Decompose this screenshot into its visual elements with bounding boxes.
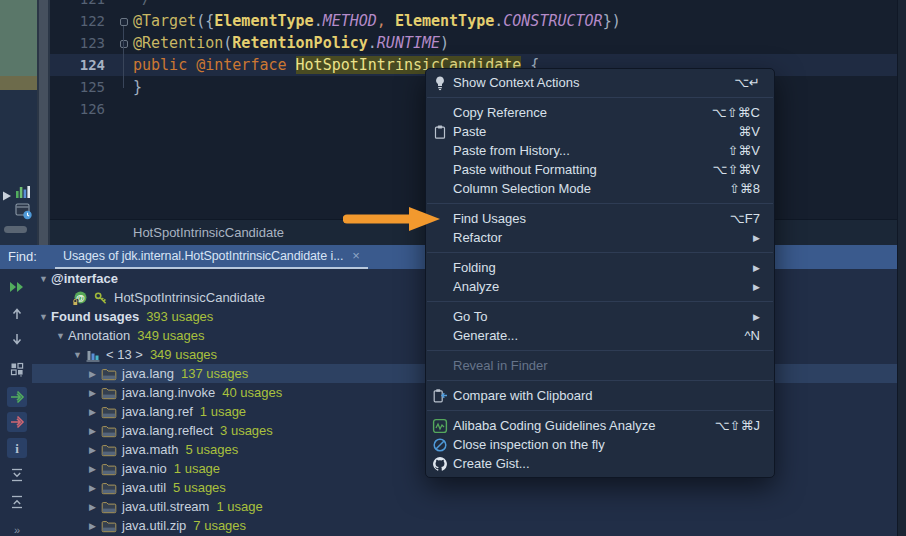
menu-icon-placeholder [432,181,449,197]
breadcrumb-class-name[interactable]: HotSpotIntrinsicCandidate [133,225,284,240]
expand-all-icon[interactable] [7,465,27,485]
svg-text:i: i [15,441,19,456]
menu-shortcut: ⌥↵ [734,75,760,90]
menu-item-refactor[interactable]: Refactor▶ [426,228,774,247]
package-icon [101,499,117,515]
menu-item-label: Close inspection on the fly [453,437,605,452]
chevron-down-icon[interactable]: ▼ [72,350,85,360]
rerun-icon[interactable] [7,277,27,297]
close-tab-icon[interactable]: × [352,248,360,263]
key-icon [93,290,109,306]
chevron-right-icon[interactable]: ▶ [88,445,101,455]
tree-node-label: Found usages [51,309,139,324]
menu-separator [427,410,773,411]
usage-count: 1 usage [200,404,246,419]
arrow-up-icon[interactable] [7,304,27,324]
chevron-down-icon[interactable]: ▼ [38,274,51,284]
line-number: 124 [50,57,105,73]
code-text: @Retention(RetentionPolicy.RUNTIME) [133,34,449,52]
menu-item-generate[interactable]: Generate...^N [426,326,774,345]
package-icon [101,518,117,534]
menu-item-label: Go To [453,309,487,324]
tree-row-java-util-stream[interactable]: ▶java.util.stream1 usage [32,497,897,516]
usage-count: 5 usages [173,480,226,495]
tree-row-java-util[interactable]: ▶java.util5 usages [32,478,897,497]
chart-bars-icon[interactable] [15,184,33,202]
menu-item-analyze[interactable]: Analyze▶ [426,277,774,296]
menu-item-folding[interactable]: Folding▶ [426,258,774,277]
line-number: 126 [50,101,105,117]
chevron-right-icon[interactable]: ▶ [88,464,101,474]
more-icon[interactable]: » [7,520,27,536]
info-icon[interactable]: i [7,438,27,458]
tree-node-label: java.util.zip [122,518,186,533]
menu-item-go-to[interactable]: Go To▶ [426,307,774,326]
chevron-right-icon[interactable]: ▶ [88,521,101,531]
menu-item-copy-reference[interactable]: Copy Reference⌥⇧⌘C [426,103,774,122]
menu-item-label: Folding [453,260,496,275]
chevron-right-icon[interactable]: ▶ [88,426,101,436]
menu-shortcut: ⌥F7 [730,211,760,226]
code-line[interactable]: 122@Target({ElementType.METHOD, ElementT… [50,10,897,32]
code-line[interactable]: 121*/ [50,0,897,10]
menu-item-label: Refactor [453,230,502,245]
menu-shortcut: ^N [745,328,761,343]
menu-separator [427,252,773,253]
chevron-right-icon[interactable]: ▶ [88,502,101,512]
chevron-right-icon[interactable]: ▶ [88,388,101,398]
menu-item-label: Paste from History... [453,143,570,158]
menu-icon-placeholder [432,143,449,159]
menu-item-label: Analyze [453,279,499,294]
menu-item-paste[interactable]: Paste⌘V [426,122,774,141]
menu-shortcut: ⇧⌘8 [729,181,760,196]
code-text: */ [133,0,151,8]
package-icon [101,442,117,458]
code-text: @Target({ElementType.METHOD, ElementType… [133,12,621,30]
fold-marker[interactable] [120,18,128,26]
menu-shortcut: ⌥⇧⌘J [715,418,760,433]
tree-node-label: java.util.stream [122,499,209,514]
tree-row-java-util-zip[interactable]: ▶java.util.zip7 usages [32,516,897,535]
menu-item-column-selection-mode[interactable]: Column Selection Mode⇧⌘8 [426,179,774,198]
chevron-down-icon[interactable]: ▼ [38,312,51,322]
usage-count: 7 usages [193,518,246,533]
menu-item-label: Reveal in Finder [453,358,548,373]
window-clock-icon[interactable] [15,203,33,221]
scrollbar-thumb[interactable] [4,226,27,233]
import-pink-icon[interactable] [7,412,27,432]
chevron-right-icon[interactable]: ▶ [88,407,101,417]
tree-node-label: java.math [122,442,178,457]
menu-item-alibaba-coding-guidelines-analyze[interactable]: Alibaba Coding Guidelines Analyze⌥⇧⌘J [426,416,774,435]
menu-item-compare-with-clipboard[interactable]: Compare with Clipboard [426,386,774,405]
menu-item-find-usages[interactable]: Find Usages⌥F7 [426,209,774,228]
fold-marker[interactable] [120,40,128,48]
find-usages-tab[interactable]: Usages of jdk.internal.HotSpotIntrinsicC… [55,245,368,269]
menu-item-show-context-actions[interactable]: Show Context Actions⌥↵ [426,73,774,92]
chevron-right-icon[interactable]: ▶ [88,369,101,379]
alibaba-icon [432,418,449,434]
menu-icon-placeholder [432,162,449,178]
submenu-arrow-icon: ▶ [753,312,760,322]
usage-count: 393 usages [146,309,213,324]
find-label: Find: [8,245,37,268]
package-icon [101,366,117,382]
menu-item-paste-from-history[interactable]: Paste from History...⇧⌘V [426,141,774,160]
menu-item-reveal-in-finder: Reveal in Finder [426,356,774,375]
chevron-down-icon[interactable]: ▼ [55,331,68,341]
menu-icon-placeholder [432,328,449,344]
arrow-down-icon[interactable] [7,329,27,349]
import-green-icon[interactable] [7,387,27,407]
menu-item-create-gist[interactable]: Create Gist... [426,454,774,473]
usage-count: 1 usage [174,461,220,476]
editor-right-scrollbar[interactable] [897,0,906,536]
group-by-icon[interactable] [7,359,27,379]
vertical-scrollbar[interactable] [37,0,50,245]
chevron-right-icon[interactable]: ▶ [88,483,101,493]
fold-guide-line [123,26,124,88]
code-line[interactable]: 123@Retention(RetentionPolicy.RUNTIME) [50,32,897,54]
menu-item-close-inspection-on-the-fly[interactable]: Close inspection on the fly [426,435,774,454]
menu-item-paste-without-formatting[interactable]: Paste without Formatting⌥⇧⌘V [426,160,774,179]
package-icon [101,480,117,496]
collapse-all-icon[interactable] [7,492,27,512]
usage-count: 5 usages [185,442,238,457]
